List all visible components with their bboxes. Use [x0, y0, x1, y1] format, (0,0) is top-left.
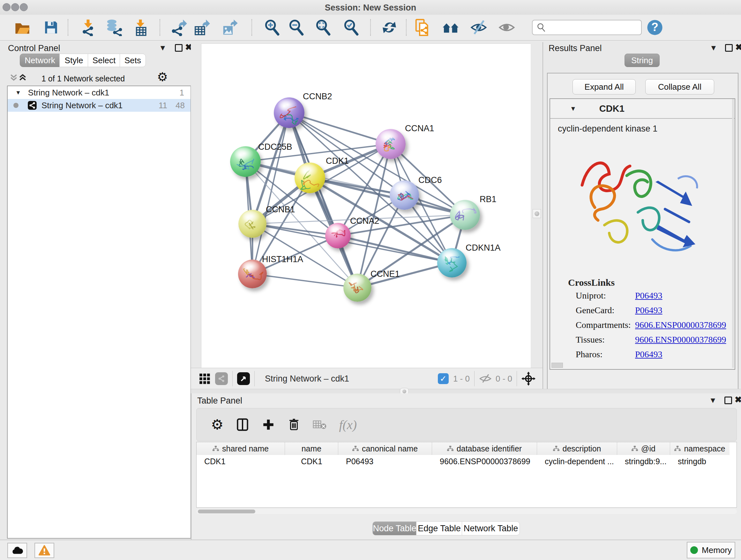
fit-content-crosshair-icon[interactable]: [522, 372, 536, 386]
expand-all-networks-icon[interactable]: [10, 73, 18, 83]
memory-status-dot: [690, 546, 698, 554]
function-builder-fx[interactable]: f(x): [339, 417, 357, 432]
results-panel-float-icon[interactable]: [725, 44, 733, 52]
crosslink-link[interactable]: 9606.ENSP00000378699: [635, 320, 726, 330]
table-horizontal-scrollbar[interactable]: [196, 509, 737, 514]
collapse-all-button[interactable]: Collapse All: [645, 79, 714, 95]
table-settings-gear-icon[interactable]: ⚙: [211, 418, 223, 432]
protein-expander-icon[interactable]: ▼: [570, 105, 576, 112]
scrollbar-thumb[interactable]: [198, 509, 255, 513]
table-panel-float-icon[interactable]: [724, 396, 732, 404]
network-collection-row[interactable]: ▼ String Network – cdk1 1: [8, 86, 191, 99]
birdseye-view-icon[interactable]: [237, 372, 250, 385]
crosslink-link[interactable]: P06493: [635, 349, 663, 360]
column-header[interactable]: namespace: [670, 442, 730, 455]
collapse-all-networks-icon[interactable]: [18, 73, 27, 83]
card-vertical-scrollbar[interactable]: [732, 99, 734, 368]
add-column-icon[interactable]: [262, 418, 275, 431]
crosslink-link[interactable]: P06493: [635, 305, 663, 315]
protein-node-cdkn1a[interactable]: [437, 248, 467, 277]
show-all-button[interactable]: [497, 18, 516, 37]
protein-node-rb1[interactable]: [450, 200, 480, 230]
save-session-button[interactable]: [42, 18, 61, 37]
protein-card-header[interactable]: ▼ CDK1: [550, 99, 735, 119]
protein-node-ccnb1[interactable]: [239, 210, 266, 238]
crosslink-link[interactable]: P06493: [635, 291, 663, 301]
hide-selected-button[interactable]: [469, 18, 488, 37]
table-panel-close-icon[interactable]: ✖: [735, 396, 741, 403]
protein-node-cdc6[interactable]: [390, 180, 419, 210]
delete-column-icon[interactable]: [287, 418, 300, 431]
protein-node-ccne1[interactable]: [343, 273, 372, 302]
memory-button[interactable]: Memory: [687, 542, 735, 558]
expand-all-button[interactable]: Expand All: [572, 79, 636, 95]
duplicate-network-button[interactable]: [413, 18, 432, 37]
cloud-status-button[interactable]: [7, 543, 27, 558]
column-header[interactable]: canonical name: [338, 442, 432, 455]
column-header[interactable]: shared name: [197, 442, 285, 455]
network-row-selected[interactable]: String Network – cdk1 11 48: [8, 99, 191, 112]
results-panel-close-icon[interactable]: ✖: [735, 44, 741, 51]
column-header[interactable]: name: [285, 442, 338, 455]
results-panel-menu-icon[interactable]: ▼: [710, 44, 718, 52]
protein-node-ccna1[interactable]: [376, 129, 406, 159]
control-panel-float-icon[interactable]: [175, 44, 183, 52]
apply-layout-button[interactable]: [380, 18, 399, 37]
column-header[interactable]: database identifier: [432, 442, 537, 455]
protein-node-ccna2[interactable]: [325, 223, 351, 248]
help-button[interactable]: ?: [645, 18, 664, 37]
control-panel-menu-icon[interactable]: ▼: [159, 44, 166, 52]
tab-select[interactable]: Select: [88, 54, 120, 67]
warnings-button[interactable]: [35, 543, 54, 558]
open-session-button[interactable]: [13, 18, 32, 37]
import-network-from-database-button[interactable]: [104, 18, 123, 37]
tab-string[interactable]: String: [624, 54, 660, 67]
search-icon: [536, 23, 546, 32]
export-network-button[interactable]: [169, 18, 188, 37]
sphere-highlight: [242, 261, 260, 273]
network-edge[interactable]: [253, 274, 357, 288]
grid-view-icon[interactable]: [199, 373, 211, 385]
tab-sets[interactable]: Sets: [120, 54, 146, 67]
protein-node-cdc25b[interactable]: [230, 146, 261, 177]
tab-style[interactable]: Style: [59, 54, 88, 67]
selected-checkbox-icon[interactable]: ✓: [438, 373, 449, 384]
network-options-gear-icon[interactable]: ⚙: [157, 71, 168, 83]
delete-table-icon[interactable]: [313, 419, 327, 430]
card-horizontal-scrollbar[interactable]: [551, 363, 563, 368]
search-input[interactable]: [549, 23, 639, 32]
first-neighbors-button[interactable]: [441, 18, 460, 37]
tab-edge-table[interactable]: Edge Table: [416, 521, 462, 536]
control-panel-title: Control Panel: [8, 44, 60, 53]
column-header[interactable]: @id: [617, 442, 670, 455]
zoom-in-icon: [264, 19, 280, 36]
tab-network[interactable]: Network: [20, 54, 60, 67]
collection-expander-icon[interactable]: ▼: [15, 89, 21, 96]
tab-node-table[interactable]: Node Table: [373, 521, 417, 536]
import-network-button[interactable]: [78, 18, 98, 37]
protein-node-ccnb2[interactable]: [274, 98, 305, 128]
zoom-in-button[interactable]: [262, 18, 281, 37]
tab-network-table[interactable]: Network Table: [462, 521, 520, 536]
network-canvas[interactable]: CCNB2CCNA1CDC25BCDK1CDC6RB1CCNB1CCNA2CDK…: [201, 44, 531, 368]
export-image-button[interactable]: [220, 18, 239, 37]
import-table-button[interactable]: [131, 18, 150, 37]
zoom-out-button[interactable]: [286, 18, 306, 37]
network-tree: ▼ String Network – cdk1 1 String Network…: [7, 85, 191, 539]
protein-node-cdk1[interactable]: [294, 163, 325, 193]
network-badge-icon[interactable]: [215, 372, 228, 385]
sphere-highlight: [298, 164, 318, 177]
table-panel-menu-icon[interactable]: ▼: [709, 396, 717, 404]
table-panel: Table Panel ▼ ✖ ⚙ f(x): [191, 393, 741, 540]
show-columns-icon[interactable]: [235, 418, 250, 432]
splitter-handle[interactable]: [533, 209, 541, 218]
zoom-selected-button[interactable]: [341, 18, 360, 37]
zoom-fit-button[interactable]: [313, 18, 333, 37]
crosslink-link[interactable]: 9606.ENSP00000378699: [635, 334, 726, 345]
table-row[interactable]: CDK1 CDK1 P06493 9606.ENSP00000378699 cy…: [197, 455, 737, 468]
vertical-splitter-right[interactable]: [531, 44, 542, 368]
viewbar-separator: [474, 371, 475, 386]
network-edge[interactable]: [253, 113, 289, 274]
column-header[interactable]: description: [537, 442, 617, 455]
export-table-button[interactable]: [192, 18, 211, 37]
